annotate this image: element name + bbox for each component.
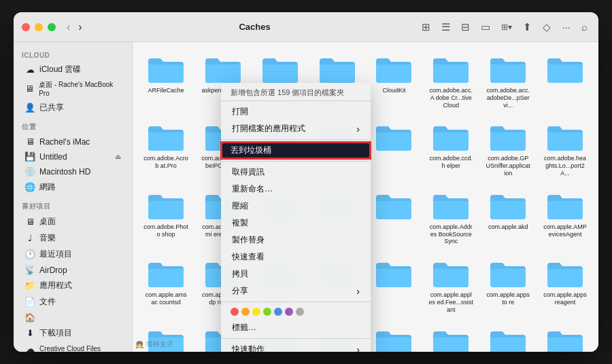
sidebar-item-airdrop[interactable]: 📡 AirDrop: [16, 263, 129, 277]
tag-dot-orange[interactable]: [241, 308, 250, 316]
close-button[interactable]: [22, 23, 30, 31]
back-button[interactable]: ‹: [64, 20, 73, 35]
sidebar-item-label: 文件: [39, 296, 56, 308]
sidebar-item-untitled[interactable]: 💾 Untitled ⏏: [16, 149, 129, 164]
menu-item-rename[interactable]: 重新命名…: [222, 181, 369, 198]
disk-icon: 💿: [24, 166, 35, 177]
tag-dot-green[interactable]: [263, 308, 271, 316]
creative-cloud-icon: ☁: [24, 344, 35, 352]
sidebar-item-shared[interactable]: 👤 已共享: [16, 100, 129, 115]
menu-item-alias[interactable]: 製作替身: [222, 232, 369, 249]
sidebar-item-label: 下載項目: [39, 327, 72, 339]
tag-dot-purple[interactable]: [285, 308, 293, 316]
menu-item-label: 分享: [232, 285, 248, 297]
more-icon[interactable]: ···: [559, 20, 573, 34]
drive-icon: 💾: [24, 151, 35, 162]
sidebar-item-label: iCloud 雲碟: [39, 64, 81, 75]
menu-item-copy2[interactable]: 拷貝: [222, 266, 369, 283]
sidebar-header-favorites: 喜好項目: [14, 198, 132, 213]
content-area: iCloud ☁ iCloud 雲碟 🖥 桌面 - Rache's MacBoo…: [14, 42, 598, 352]
traffic-lights: [22, 23, 56, 31]
menu-separator: [221, 338, 371, 339]
menu-item-quicklook[interactable]: 快速查看: [222, 249, 369, 266]
sidebar-item-label: 最近項目: [39, 249, 72, 260]
tag-dot-blue[interactable]: [274, 308, 282, 316]
menu-item-label: 打開: [232, 106, 248, 117]
menu-item-compress[interactable]: 壓縮: [222, 198, 369, 215]
sidebar-item-label: Creative Cloud Files: [39, 345, 101, 352]
group-icon[interactable]: ⊞▾: [498, 21, 515, 33]
sidebar-section-locations: 位置 🖥 Rachel's iMac 💾 Untitled ⏏ 💿 Macint…: [14, 118, 132, 195]
tag-color-dots: [221, 304, 371, 319]
sidebar-item-applications[interactable]: 📁 應用程式: [16, 278, 129, 293]
menu-item-label: 壓縮: [232, 200, 248, 212]
menu-item-open[interactable]: 打開: [222, 103, 369, 120]
grid-view-icon[interactable]: ⊞: [419, 20, 433, 35]
sidebar-item-label: Macintosh HD: [39, 167, 90, 177]
airdrop-icon: 📡: [24, 265, 35, 275]
music-icon: ♩: [24, 233, 35, 243]
download-icon: ⬇: [24, 328, 35, 338]
menu-item-copy[interactable]: 複製: [222, 215, 369, 232]
menu-item-quick-actions[interactable]: 快速動作: [222, 341, 369, 352]
sidebar-item-creative-cloud[interactable]: ☁ Creative Cloud Files: [16, 342, 129, 352]
menu-item-label: 複製: [232, 217, 248, 229]
tag-icon[interactable]: ◇: [540, 20, 554, 35]
sidebar-item-rachels-imac[interactable]: 🖥 Rachel's iMac: [16, 134, 129, 149]
share-icon[interactable]: ⬆: [520, 20, 534, 35]
sidebar-item-network[interactable]: 🌐 網路: [16, 179, 129, 195]
menu-item-info[interactable]: 取得資訊: [222, 164, 369, 181]
sidebar-item-recents[interactable]: 🕐 最近項目: [16, 247, 129, 262]
home-icon: 🏠: [24, 312, 35, 323]
sidebar-item-music[interactable]: ♩ 音樂: [16, 230, 129, 246]
titlebar: ‹ › Caches ⊞ ☰ ⊟ ▭ ⊞▾ ⬆ ◇ ··· ⌕: [14, 12, 598, 42]
sidebar-item-label: 網路: [39, 181, 56, 193]
sidebar-header-locations: 位置: [14, 118, 132, 134]
menu-item-share[interactable]: 分享: [222, 283, 369, 299]
sidebar: iCloud ☁ iCloud 雲碟 🖥 桌面 - Rache's MacBoo…: [14, 42, 133, 352]
sidebar-item-home[interactable]: 🏠: [16, 310, 129, 325]
menu-item-open-with[interactable]: 打開檔案的應用程式: [222, 120, 369, 137]
imac-icon: 🖥: [24, 136, 35, 147]
documents-icon: 📄: [24, 297, 35, 307]
tag-dot-yellow[interactable]: [252, 308, 260, 316]
context-menu-overlay: 新增包含所選 159 個項目的檔案夾 打開 打開檔案的應用程式 丟到垃圾桶: [133, 42, 598, 352]
sidebar-item-label: Untitled: [39, 152, 67, 162]
search-icon[interactable]: ⌕: [579, 20, 590, 34]
sidebar-section-icloud: iCloud ☁ iCloud 雲碟 🖥 桌面 - Rache's MacBoo…: [14, 48, 132, 115]
menu-item-label: 製作替身: [232, 234, 265, 246]
minimize-button[interactable]: [35, 23, 43, 31]
main-area: ARFileCache askpermissiond AudioUnitCa..…: [133, 42, 598, 352]
sidebar-item-downloads[interactable]: ⬇ 下載項目: [16, 325, 129, 341]
menu-create-folder-label: 新增包含所選 159 個項目的檔案夾: [221, 86, 371, 98]
zoom-button[interactable]: [48, 23, 56, 31]
sidebar-item-label: 已共享: [39, 102, 64, 113]
menu-separator: [221, 139, 371, 140]
desktop-icon: 🖥: [24, 84, 35, 94]
menu-separator: [221, 302, 371, 302]
sidebar-item-label: 音樂: [39, 232, 56, 244]
sidebar-item-macintosh-hd[interactable]: 💿 Macintosh HD: [16, 164, 129, 179]
toolbar-right: ⊞ ☰ ⊟ ▭ ⊞▾ ⬆ ◇ ··· ⌕: [419, 20, 590, 35]
menu-item-trash[interactable]: 丟到垃圾桶: [221, 142, 371, 159]
sidebar-item-label: Rachel's iMac: [39, 137, 90, 147]
menu-item-label: 丟到垃圾桶: [231, 145, 271, 156]
sidebar-item-desktop[interactable]: 🖥 桌面: [16, 214, 129, 230]
person-icon: 👤: [24, 103, 35, 113]
cloud-icon: ☁: [24, 65, 35, 75]
column-view-icon[interactable]: ⊟: [458, 20, 473, 35]
apps-icon: 📁: [24, 280, 35, 291]
menu-separator: [221, 161, 371, 162]
eject-icon[interactable]: ⏏: [115, 153, 121, 160]
sidebar-item-desktop-macbook[interactable]: 🖥 桌面 - Rache's MacBook Pro: [16, 78, 129, 99]
list-view-icon[interactable]: ☰: [439, 20, 453, 35]
gallery-view-icon[interactable]: ▭: [478, 20, 493, 35]
tag-dot-gray[interactable]: [296, 308, 304, 316]
sidebar-item-documents[interactable]: 📄 文件: [16, 294, 129, 310]
menu-item-tags[interactable]: 標籤…: [222, 319, 369, 336]
tag-dot-red[interactable]: [231, 308, 239, 316]
submenu-arrow-icon: [356, 344, 360, 352]
forward-button[interactable]: ›: [75, 20, 84, 35]
submenu-arrow-icon: [356, 286, 360, 297]
sidebar-item-icloud-drive[interactable]: ☁ iCloud 雲碟: [16, 62, 129, 77]
